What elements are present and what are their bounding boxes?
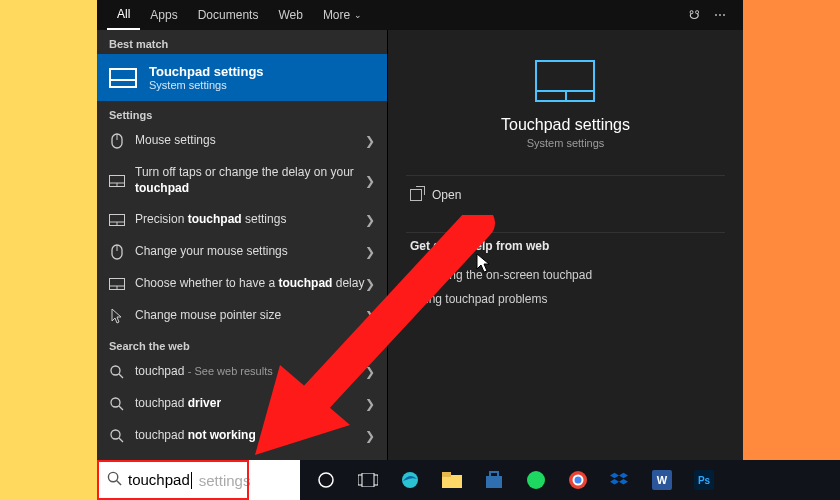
best-match-result[interactable]: Touchpad settings System settings (97, 54, 387, 101)
search-filter-tabs: All Apps Documents Web More ⌄ ☋ ⋯ (97, 0, 743, 30)
tab-documents[interactable]: Documents (188, 0, 269, 30)
taskbar: W Ps (300, 460, 840, 500)
web-result[interactable]: touchpad not working❯ (97, 420, 387, 452)
svg-point-21 (108, 472, 117, 481)
web-result[interactable]: touchpad settings❯ (97, 452, 387, 460)
chevron-down-icon: ⌄ (354, 10, 362, 20)
results-panel: Best match Touchpad settings System sett… (97, 30, 387, 460)
result-text: Choose whether to have a touchpad delay (135, 276, 364, 292)
search-icon (109, 428, 125, 444)
settings-result[interactable]: Turn off taps or change the delay on you… (97, 157, 387, 204)
cursor-icon (109, 308, 125, 324)
result-text: Precision touchpad settings (135, 212, 286, 228)
chevron-right-icon: ❯ (365, 397, 375, 411)
chevron-right-icon: ❯ (365, 309, 375, 323)
svg-line-18 (119, 438, 123, 442)
chevron-right-icon: ❯ (365, 174, 375, 188)
explorer-icon[interactable] (432, 460, 472, 500)
tab-apps[interactable]: Apps (140, 0, 187, 30)
touchpad-large-icon (535, 60, 595, 102)
svg-point-23 (319, 473, 333, 487)
search-icon (109, 364, 125, 380)
svg-line-14 (119, 374, 123, 378)
best-match-label: Best match (97, 30, 387, 54)
result-text: Turn off taps or change the delay on you… (135, 165, 365, 196)
svg-rect-30 (490, 472, 498, 477)
svg-point-15 (111, 398, 120, 407)
chevron-right-icon: ❯ (365, 213, 375, 227)
start-search-window: All Apps Documents Web More ⌄ ☋ ⋯ Best m… (97, 0, 743, 500)
taskview-icon[interactable] (348, 460, 388, 500)
chevron-right-icon: ❯ (365, 365, 375, 379)
overflow-icon[interactable]: ⋯ (707, 8, 733, 22)
chevron-right-icon: ❯ (365, 245, 375, 259)
chevron-right-icon: ❯ (365, 429, 375, 443)
svg-point-33 (574, 476, 583, 485)
word-icon[interactable]: W (642, 460, 682, 500)
svg-rect-25 (362, 473, 374, 487)
dropbox-icon[interactable] (600, 460, 640, 500)
preview-panel: Touchpad settings System settings Open G… (387, 30, 743, 460)
chevron-right-icon: ❯ (365, 134, 375, 148)
touchpad-icon (109, 173, 125, 189)
preview-title: Touchpad settings (501, 116, 630, 134)
touchpad-icon (109, 68, 137, 88)
photoshop-icon[interactable]: Ps (684, 460, 724, 500)
cortana-icon[interactable] (306, 460, 346, 500)
open-icon (410, 189, 422, 201)
store-icon[interactable] (474, 460, 514, 500)
result-text: touchpad not working (135, 428, 256, 444)
touchpad-icon (109, 276, 125, 292)
settings-result[interactable]: Precision touchpad settings❯ (97, 204, 387, 236)
web-result[interactable]: touchpad - See web results❯ (97, 356, 387, 388)
mouse-cursor-icon (476, 253, 490, 273)
svg-rect-28 (442, 472, 451, 477)
tab-more[interactable]: More ⌄ (313, 0, 372, 30)
feedback-icon[interactable]: ☋ (681, 8, 707, 22)
mouse-icon (109, 244, 125, 260)
touchpad-icon (109, 212, 125, 228)
result-text: touchpad - See web results (135, 364, 273, 380)
search-typed-text: touchpad (128, 471, 193, 490)
preview-subtitle: System settings (501, 137, 630, 149)
tab-web[interactable]: Web (268, 0, 312, 30)
settings-result[interactable]: Choose whether to have a touchpad delay❯ (97, 268, 387, 300)
svg-text:Ps: Ps (698, 475, 711, 486)
search-icon (107, 471, 122, 489)
open-action[interactable]: Open (388, 176, 743, 214)
spotify-icon[interactable] (516, 460, 556, 500)
settings-result[interactable]: Change mouse pointer size❯ (97, 300, 387, 332)
settings-result[interactable]: Change your mouse settings❯ (97, 236, 387, 268)
chevron-right-icon: ❯ (365, 277, 375, 291)
svg-line-22 (117, 481, 121, 485)
best-match-subtitle: System settings (149, 79, 264, 91)
settings-section-label: Settings (97, 101, 387, 125)
svg-line-16 (119, 406, 123, 410)
web-result[interactable]: touchpad driver❯ (97, 388, 387, 420)
result-text: Change your mouse settings (135, 244, 288, 260)
edge-icon[interactable] (390, 460, 430, 500)
svg-point-17 (111, 430, 120, 439)
web-section-label: Search the web (97, 332, 387, 356)
web-help-link[interactable]: Fixing touchpad problems (410, 287, 721, 311)
search-suggestion-ghost: settings (199, 472, 251, 489)
best-match-title: Touchpad settings (149, 64, 264, 79)
result-text: Mouse settings (135, 133, 216, 149)
settings-result[interactable]: Mouse settings❯ (97, 125, 387, 157)
search-icon (109, 396, 125, 412)
mouse-icon (109, 133, 125, 149)
tab-all[interactable]: All (107, 0, 140, 30)
chrome-icon[interactable] (558, 460, 598, 500)
result-text: touchpad driver (135, 396, 221, 412)
svg-point-31 (527, 471, 545, 489)
web-help-header: Get quick help from web (410, 239, 721, 253)
svg-point-13 (111, 366, 120, 375)
result-text: Change mouse pointer size (135, 308, 281, 324)
svg-text:W: W (657, 474, 668, 486)
web-help-link[interactable]: Operating the on-screen touchpad (410, 263, 721, 287)
